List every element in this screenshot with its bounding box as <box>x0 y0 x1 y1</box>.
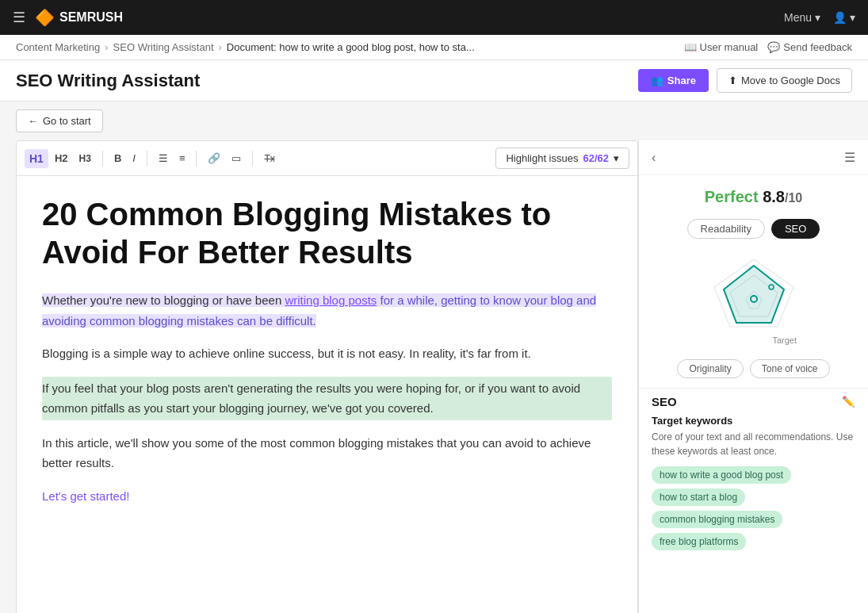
highlight-issues-label: Highlight issues <box>506 152 578 164</box>
radar-chart-area: Target <box>639 245 868 359</box>
score-number: 8.8/10 <box>763 188 802 205</box>
unordered-list-button[interactable]: ☰ <box>154 149 173 167</box>
paragraph-1-link[interactable]: writing blog posts <box>285 293 377 307</box>
keyword-tags: how to write a good blog post how to sta… <box>652 466 855 550</box>
collapse-panel-button[interactable]: ‹ <box>652 151 656 165</box>
text-format-toolbar-group: B I <box>109 149 140 167</box>
tab-readability[interactable]: Readability <box>687 219 765 239</box>
editor-content: 20 Common Blogging Mistakes to Avoid For… <box>17 176 637 613</box>
arrow-left-icon: ← <box>28 115 38 127</box>
sub-header: Content Marketing › SEO Writing Assistan… <box>0 35 868 60</box>
breadcrumb-seo-writing-assistant[interactable]: SEO Writing Assistant <box>113 41 214 53</box>
seo-edit-button[interactable]: ✏️ <box>842 396 855 408</box>
user-chevron: ▾ <box>850 11 855 24</box>
right-panel: ‹ ☰ Perfect 8.8/10 Readability SEO <box>638 140 868 613</box>
breadcrumb-sep2: › <box>219 41 222 53</box>
h3-button[interactable]: H3 <box>75 150 96 167</box>
main-layout: H1 H2 H3 B I ☰ ≡ 🔗 ▭ Tx Highlight is <box>0 140 868 613</box>
paragraph-5: Let's get started! <box>42 486 612 507</box>
right-panel-scroll: Perfect 8.8/10 Readability SEO <box>639 175 868 613</box>
top-nav: ☰ 🔶 SEMRUSH Menu ▾ 👤 ▾ <box>0 0 868 35</box>
highlight-issues-button[interactable]: Highlight issues 62/62 ▾ <box>495 148 629 169</box>
right-panel-header: ‹ ☰ <box>639 140 868 175</box>
send-feedback-button[interactable]: 💬 Send feedback <box>767 41 852 53</box>
go-to-start-button[interactable]: ← Go to start <box>16 109 103 132</box>
image-button[interactable]: ▭ <box>227 149 246 167</box>
score-section: Perfect 8.8/10 <box>639 175 868 213</box>
tab-tone-of-voice[interactable]: Tone of voice <box>750 359 830 378</box>
hamburger-menu[interactable]: ☰ <box>13 9 25 26</box>
toolbar-separator-4 <box>252 151 253 167</box>
paragraph-1: Whether you're new to blogging or have b… <box>42 290 612 331</box>
list-toolbar-group: ☰ ≡ <box>154 149 190 167</box>
italic-button[interactable]: I <box>128 149 140 167</box>
share-icon: 👥 <box>651 75 663 86</box>
radar-chart <box>698 251 809 347</box>
share-label: Share <box>667 75 696 86</box>
go-to-start-bar: ← Go to start <box>0 102 868 140</box>
ordered-list-button[interactable]: ≡ <box>174 149 190 167</box>
sub-header-actions: 📖 User manual 💬 Send feedback <box>684 41 852 53</box>
page-title: SEO Writing Assistant <box>16 71 200 91</box>
keyword-tag-2[interactable]: how to start a blog <box>652 488 745 506</box>
user-button[interactable]: 👤 ▾ <box>833 11 855 24</box>
breadcrumb-document: Document: how to write a good blog post,… <box>227 41 475 53</box>
go-to-start-label: Go to start <box>43 115 91 127</box>
page-header: SEO Writing Assistant 👥 Share ⬆ Move to … <box>0 60 868 102</box>
clear-format-button[interactable]: Tx <box>259 150 279 167</box>
h1-button[interactable]: H1 <box>25 149 48 168</box>
keyword-tag-4[interactable]: free blog platforms <box>652 533 746 550</box>
page-actions: 👥 Share ⬆ Move to Google Docs <box>638 68 852 93</box>
toolbar-separator-3 <box>196 151 197 167</box>
editor-toolbar: H1 H2 H3 B I ☰ ≡ 🔗 ▭ Tx Highlight is <box>17 141 637 176</box>
article-title: 20 Common Blogging Mistakes to Avoid For… <box>42 195 612 271</box>
paragraph-1-text-before: Whether you're new to blogging or have b… <box>42 293 285 307</box>
heading-toolbar-group: H1 H2 H3 <box>25 149 96 168</box>
paragraph-2: Blogging is a simple way to achieve onli… <box>42 343 612 364</box>
breadcrumb-sep1: › <box>105 41 108 53</box>
book-icon: 📖 <box>684 41 697 53</box>
link-button[interactable]: 🔗 <box>203 149 225 167</box>
target-keywords-description: Core of your text and all recommendation… <box>652 430 855 458</box>
user-manual-button[interactable]: 📖 User manual <box>684 41 759 53</box>
radar-target-label: Target <box>772 335 797 345</box>
highlight-chevron: ▾ <box>614 152 619 164</box>
menu-button[interactable]: Menu ▾ <box>784 11 820 24</box>
insert-toolbar-group: 🔗 ▭ <box>203 149 246 167</box>
score-value: 8.8 <box>763 188 785 205</box>
h2-button[interactable]: H2 <box>50 149 73 167</box>
seo-header: SEO ✏️ <box>652 395 855 408</box>
target-keywords-label: Target keywords <box>652 415 855 427</box>
menu-chevron: ▾ <box>815 11 820 24</box>
semrush-logo: 🔶 SEMRUSH <box>35 8 123 27</box>
main-tab-pills: Readability SEO <box>639 213 868 245</box>
lets-get-started-link[interactable]: Let's get started! <box>42 489 129 503</box>
tab-originality[interactable]: Originality <box>677 359 743 378</box>
keyword-tag-1[interactable]: how to write a good blog post <box>652 466 791 484</box>
breadcrumb-content-marketing[interactable]: Content Marketing <box>16 41 100 53</box>
paragraph-3: If you feel that your blog posts aren't … <box>42 377 612 420</box>
score-display: Perfect 8.8/10 <box>652 188 855 206</box>
semrush-logo-icon: 🔶 <box>35 8 55 27</box>
toolbar-separator-1 <box>102 151 103 167</box>
sub-tab-pills: Originality Tone of voice <box>639 359 868 388</box>
semrush-logo-text: SEMRUSH <box>59 10 123 25</box>
feedback-icon: 💬 <box>767 41 780 53</box>
tab-seo[interactable]: SEO <box>771 219 820 239</box>
breadcrumb: Content Marketing › SEO Writing Assistan… <box>16 41 475 53</box>
send-feedback-label: Send feedback <box>783 41 852 53</box>
bold-button[interactable]: B <box>109 149 126 167</box>
seo-section: SEO ✏️ Target keywords Core of your text… <box>639 388 868 557</box>
user-icon: 👤 <box>833 11 847 24</box>
keyword-tag-3[interactable]: common blogging mistakes <box>652 511 782 528</box>
score-out-of: /10 <box>785 191 802 205</box>
menu-label: Menu <box>784 11 812 24</box>
google-docs-button[interactable]: ⬆ Move to Google Docs <box>717 68 852 93</box>
user-manual-label: User manual <box>700 41 759 53</box>
toolbar-separator-2 <box>147 151 147 167</box>
share-button[interactable]: 👥 Share <box>638 69 709 92</box>
highlight-count-badge: 62/62 <box>583 152 609 164</box>
panel-settings-button[interactable]: ☰ <box>844 150 855 165</box>
seo-section-title: SEO <box>652 395 677 408</box>
score-perfect-label: Perfect <box>705 188 759 205</box>
